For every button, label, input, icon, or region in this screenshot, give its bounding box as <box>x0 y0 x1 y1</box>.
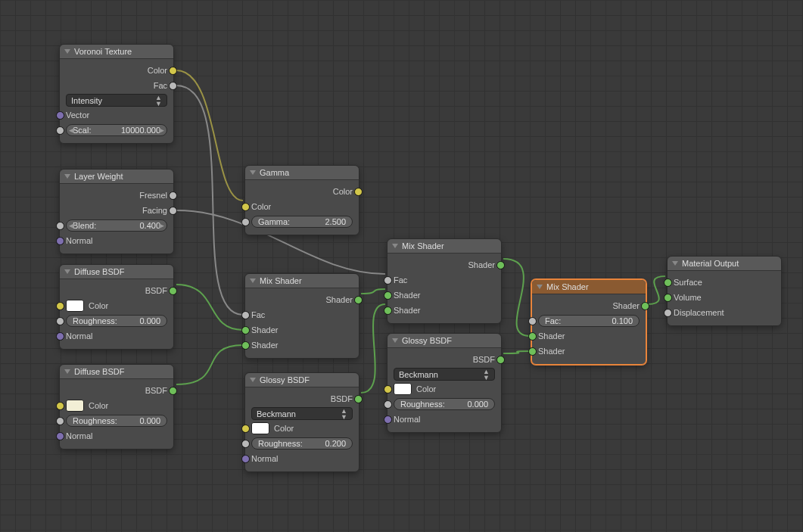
socket-out-shader[interactable] <box>496 261 505 269</box>
socket-in-volume[interactable] <box>664 294 672 302</box>
node-header[interactable]: Mix Shader <box>532 280 646 294</box>
socket-out-shader[interactable] <box>641 302 649 310</box>
color-swatch[interactable] <box>251 422 269 434</box>
scale-field[interactable]: ◀Scal:10000.000▶ <box>66 124 167 136</box>
node-glossy-bsdf-1[interactable]: Glossy BSDF BSDF Beckmann▲▼ Color Roughn… <box>244 372 359 472</box>
node-material-output[interactable]: Material Output Surface Volume Displacem… <box>667 256 782 326</box>
node-header[interactable]: Glossy BSDF <box>387 334 501 348</box>
socket-in-shader-2[interactable] <box>384 306 392 315</box>
collapse-icon[interactable] <box>537 285 543 289</box>
socket-in-shader-1[interactable] <box>384 291 392 300</box>
node-mix-shader-1[interactable]: Mix Shader Shader Fac Shader Shader <box>244 273 359 359</box>
socket-in-normal[interactable] <box>56 432 64 440</box>
socket-in-vector[interactable] <box>56 111 64 120</box>
collapse-icon[interactable] <box>64 369 70 374</box>
socket-in-normal[interactable] <box>56 332 64 341</box>
socket-out-bsdf[interactable] <box>354 395 363 403</box>
collapse-icon[interactable] <box>64 174 70 179</box>
distribution-dropdown[interactable]: Beckmann▲▼ <box>251 407 353 420</box>
socket-in-color[interactable] <box>241 203 250 211</box>
socket-in-roughness[interactable] <box>241 440 250 448</box>
socket-in-roughness[interactable] <box>384 400 392 409</box>
node-diffuse-bsdf-2[interactable]: Diffuse BSDF BSDF Color Roughness:0.000 … <box>59 364 174 450</box>
collapse-icon[interactable] <box>672 261 678 266</box>
node-gamma[interactable]: Gamma Color Color Gamma:2.500 <box>244 165 359 235</box>
node-header[interactable]: Diffuse BSDF <box>60 265 173 279</box>
node-header[interactable]: Mix Shader <box>245 274 359 288</box>
socket-in-fac[interactable] <box>384 276 392 285</box>
socket-out-fac[interactable] <box>169 82 177 90</box>
socket-out-bsdf[interactable] <box>169 287 177 295</box>
socket-in-normal[interactable] <box>241 455 250 463</box>
right-arrow-icon[interactable]: ▶ <box>159 222 164 229</box>
input-label: Shader <box>251 325 278 334</box>
node-header[interactable]: Gamma <box>245 166 359 180</box>
socket-in-shader-1[interactable] <box>241 326 250 334</box>
node-title: Diffuse BSDF <box>74 367 124 376</box>
collapse-icon[interactable] <box>250 170 256 175</box>
node-header[interactable]: Layer Weight <box>60 170 173 184</box>
socket-in-color[interactable] <box>56 402 64 410</box>
node-header[interactable]: Diffuse BSDF <box>60 365 173 379</box>
color-swatch[interactable] <box>66 400 84 412</box>
node-title: Glossy BSDF <box>260 375 310 384</box>
socket-in-surface[interactable] <box>664 278 672 287</box>
output-label: Shader <box>468 260 495 269</box>
fac-field[interactable]: Fac:0.100 <box>538 315 640 327</box>
collapse-icon[interactable] <box>392 338 398 343</box>
coloring-dropdown[interactable]: Intensity▲▼ <box>66 94 167 107</box>
socket-in-roughness[interactable] <box>56 417 64 425</box>
right-arrow-icon[interactable]: ▶ <box>159 126 164 134</box>
socket-in-fac[interactable] <box>241 311 250 319</box>
socket-in-displacement[interactable] <box>664 309 672 317</box>
collapse-icon[interactable] <box>64 49 70 54</box>
roughness-field[interactable]: Roughness:0.000 <box>66 415 167 427</box>
socket-in-shader-1[interactable] <box>528 332 537 341</box>
collapse-icon[interactable] <box>250 378 256 382</box>
collapse-icon[interactable] <box>250 278 256 283</box>
socket-out-color[interactable] <box>354 188 363 196</box>
roughness-field[interactable]: Roughness:0.200 <box>251 437 353 450</box>
output-label: BSDF <box>331 394 353 403</box>
color-swatch[interactable] <box>394 383 412 395</box>
socket-in-color[interactable] <box>56 302 64 310</box>
node-mix-shader-2[interactable]: Mix Shader Shader Fac Shader Shader <box>387 238 502 324</box>
node-header[interactable]: Material Output <box>668 257 781 271</box>
roughness-field[interactable]: Roughness:0.000 <box>66 315 167 327</box>
gamma-field[interactable]: Gamma:2.500 <box>251 216 353 228</box>
collapse-icon[interactable] <box>64 269 70 274</box>
socket-in-color[interactable] <box>241 425 250 433</box>
collapse-icon[interactable] <box>392 244 398 248</box>
socket-in-shader-2[interactable] <box>528 347 537 356</box>
input-label: Volume <box>674 293 702 302</box>
socket-in-blend[interactable] <box>56 222 64 230</box>
node-mix-shader-3[interactable]: Mix Shader Shader Fac:0.100 Shader Shade… <box>531 279 646 365</box>
distribution-dropdown[interactable]: Beckmann▲▼ <box>394 368 495 381</box>
node-layer-weight[interactable]: Layer Weight Fresnel Facing ◀Blend:0.400… <box>59 169 174 254</box>
node-voronoi-texture[interactable]: Voronoi Texture Color Fac Intensity▲▼ Ve… <box>59 44 174 144</box>
socket-in-roughness[interactable] <box>56 317 64 325</box>
socket-in-gamma[interactable] <box>241 218 250 226</box>
socket-in-fac[interactable] <box>528 317 537 325</box>
socket-in-shader-2[interactable] <box>241 341 250 350</box>
socket-out-bsdf[interactable] <box>169 387 177 395</box>
socket-out-shader[interactable] <box>354 296 363 304</box>
blend-field[interactable]: ◀Blend:0.400▶ <box>66 219 167 232</box>
socket-out-bsdf[interactable] <box>496 356 505 364</box>
node-glossy-bsdf-2[interactable]: Glossy BSDF BSDF Beckmann▲▼ Color Roughn… <box>387 333 502 433</box>
left-arrow-icon[interactable]: ◀ <box>69 222 74 229</box>
node-header[interactable]: Voronoi Texture <box>60 45 173 59</box>
color-swatch[interactable] <box>66 300 84 312</box>
socket-in-normal[interactable] <box>56 237 64 245</box>
socket-in-normal[interactable] <box>384 415 392 424</box>
left-arrow-icon[interactable]: ◀ <box>69 126 74 134</box>
socket-in-color[interactable] <box>384 385 392 394</box>
roughness-field[interactable]: Roughness:0.000 <box>394 398 495 410</box>
socket-out-facing[interactable] <box>169 207 177 215</box>
node-header[interactable]: Glossy BSDF <box>245 373 359 387</box>
socket-out-color[interactable] <box>169 67 177 75</box>
node-header[interactable]: Mix Shader <box>387 239 501 254</box>
node-diffuse-bsdf-1[interactable]: Diffuse BSDF BSDF Color Roughness:0.000 … <box>59 264 174 350</box>
socket-in-scale[interactable] <box>56 126 64 135</box>
socket-out-fresnel[interactable] <box>169 191 177 200</box>
